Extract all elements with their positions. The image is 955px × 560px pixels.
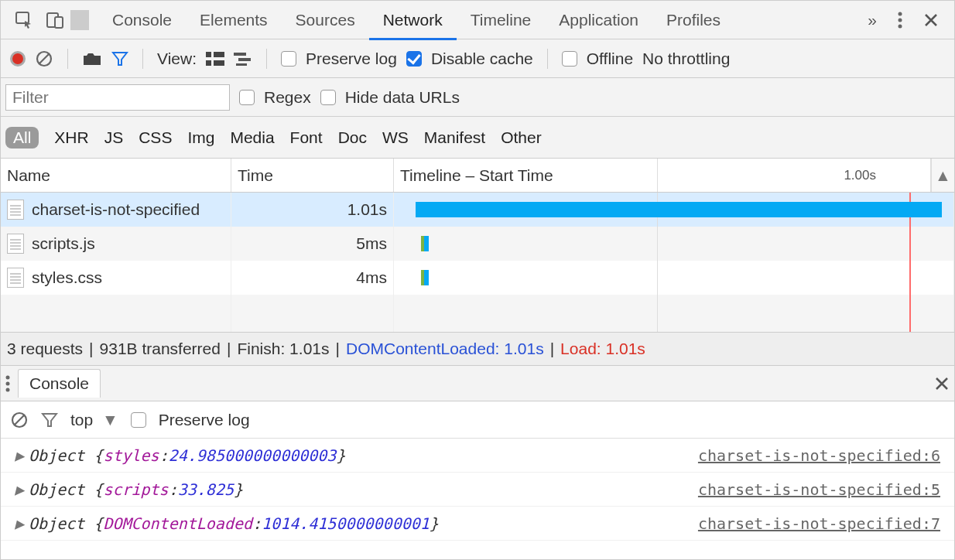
chevron-down-icon: ▼ xyxy=(102,411,118,429)
filter-toggle-icon[interactable] xyxy=(111,50,128,67)
tab-console[interactable]: Console xyxy=(98,1,186,39)
capture-screenshots-icon[interactable] xyxy=(82,51,102,67)
filter-chip-all[interactable]: All xyxy=(5,127,39,149)
header-name[interactable]: Name xyxy=(1,159,231,192)
header-timeline[interactable]: Timeline – Start Time 1.00s xyxy=(394,159,931,192)
filter-chip-font[interactable]: Font xyxy=(290,128,323,147)
filter-chip-doc[interactable]: Doc xyxy=(338,128,367,147)
header-timeline-label: Timeline – Start Time xyxy=(400,166,553,185)
disable-cache-label: Disable cache xyxy=(431,50,533,68)
svg-rect-14 xyxy=(236,63,247,66)
tab-network[interactable]: Network xyxy=(369,1,457,39)
drawer-tab-console[interactable]: Console xyxy=(18,369,101,398)
view-label: View: xyxy=(157,50,197,68)
network-toolbar: View: Preserve log Disable cache Offline… xyxy=(1,39,954,78)
drawer-tabbar: Console xyxy=(1,366,954,401)
filter-chip-css[interactable]: CSS xyxy=(139,128,172,147)
svg-rect-0 xyxy=(16,12,29,23)
filter-chip-ws[interactable]: WS xyxy=(382,128,409,147)
expand-arrow-icon[interactable]: ▶ xyxy=(15,514,24,533)
file-icon xyxy=(7,234,24,254)
filter-chip-xhr[interactable]: XHR xyxy=(54,128,88,147)
console-preserve-log-label: Preserve log xyxy=(159,411,250,429)
waterfall-view-icon[interactable] xyxy=(234,52,252,66)
regex-checkbox[interactable] xyxy=(239,90,255,105)
svg-point-3 xyxy=(899,12,902,15)
record-button[interactable] xyxy=(10,51,26,67)
preserve-log-checkbox[interactable] xyxy=(281,51,296,67)
console-source-link[interactable]: charset-is-not-specified:5 xyxy=(698,480,940,499)
request-name: scripts.js xyxy=(32,234,95,253)
device-toggle-icon[interactable] xyxy=(39,1,70,39)
cell-timeline xyxy=(394,227,954,261)
file-icon xyxy=(7,200,24,220)
sort-indicator-icon[interactable]: ▲ xyxy=(931,159,954,192)
svg-point-15 xyxy=(6,375,10,379)
hide-data-urls-label: Hide data URLs xyxy=(345,88,460,107)
throttling-select[interactable]: No throttling xyxy=(642,50,730,68)
hide-data-urls-checkbox[interactable] xyxy=(320,90,336,105)
type-filter-row: AllXHRJSCSSImgMediaFontDocWSManifestOthe… xyxy=(1,117,954,159)
svg-point-16 xyxy=(6,381,10,385)
filter-chip-media[interactable]: Media xyxy=(230,128,274,147)
console-row[interactable]: ▶ Object {styles: 24.985000000000003}cha… xyxy=(1,439,954,473)
request-row[interactable]: scripts.js5ms xyxy=(1,227,954,261)
console-row[interactable]: ▶ Object {scripts: 33.825}charset-is-not… xyxy=(1,473,954,507)
filter-chip-img[interactable]: Img xyxy=(187,128,214,147)
separator xyxy=(70,10,89,30)
timing-bar xyxy=(421,236,429,251)
network-status-bar: 3 requests| 931B transferred| Finish: 1.… xyxy=(1,332,954,366)
request-name: styles.css xyxy=(32,268,102,287)
network-grid: charset-is-not-specified1.01sscripts.js5… xyxy=(1,193,954,332)
console-row[interactable]: ▶ Object {DOMContentLoaded: 1014.4150000… xyxy=(1,507,954,541)
filter-bar: Regex Hide data URLs xyxy=(1,78,954,117)
expand-arrow-icon[interactable]: ▶ xyxy=(15,480,24,499)
svg-rect-8 xyxy=(206,52,211,57)
svg-rect-2 xyxy=(55,17,63,28)
request-row[interactable]: styles.css4ms xyxy=(1,261,954,295)
svg-rect-10 xyxy=(206,60,211,66)
timeline-tick-label: 1.00s xyxy=(844,168,876,183)
header-time[interactable]: Time xyxy=(231,159,394,192)
status-domcontentloaded: DOMContentLoaded: 1.01s xyxy=(346,340,544,358)
filter-input[interactable] xyxy=(5,84,230,111)
svg-point-5 xyxy=(899,24,902,28)
drawer-menu-icon[interactable] xyxy=(5,375,10,392)
console-source-link[interactable]: charset-is-not-specified:6 xyxy=(698,446,940,465)
console-filter-icon[interactable] xyxy=(41,411,58,429)
kebab-menu-icon[interactable] xyxy=(885,1,916,39)
tab-sources[interactable]: Sources xyxy=(282,1,369,39)
cell-time: 4ms xyxy=(231,261,394,295)
tab-elements[interactable]: Elements xyxy=(186,1,282,39)
status-transferred: 931B transferred xyxy=(100,340,221,358)
svg-rect-9 xyxy=(214,52,224,57)
large-rows-icon[interactable] xyxy=(206,52,224,66)
tab-profiles[interactable]: Profiles xyxy=(652,1,734,39)
load-marker xyxy=(909,261,911,295)
filter-chip-js[interactable]: JS xyxy=(104,128,124,147)
more-tabs-chevron[interactable]: » xyxy=(860,11,885,29)
preserve-log-label: Preserve log xyxy=(306,50,397,68)
console-source-link[interactable]: charset-is-not-specified:7 xyxy=(698,514,940,533)
tab-timeline[interactable]: Timeline xyxy=(457,1,546,39)
close-drawer-icon[interactable] xyxy=(934,376,950,391)
clear-icon[interactable] xyxy=(35,50,53,68)
tab-application[interactable]: Application xyxy=(545,1,652,39)
status-load: Load: 1.01s xyxy=(560,340,645,358)
offline-checkbox[interactable] xyxy=(562,51,577,67)
inspect-element-icon[interactable] xyxy=(9,1,39,39)
request-name: charset-is-not-specified xyxy=(32,200,200,219)
disable-cache-checkbox[interactable] xyxy=(406,51,422,67)
context-select[interactable]: top ▼ xyxy=(70,411,118,429)
clear-console-icon[interactable] xyxy=(10,411,29,429)
cell-name: styles.css xyxy=(1,261,231,295)
close-devtools-icon[interactable] xyxy=(916,1,946,39)
filter-chip-manifest[interactable]: Manifest xyxy=(424,128,485,147)
console-preserve-log-checkbox[interactable] xyxy=(131,412,146,428)
expand-arrow-icon[interactable]: ▶ xyxy=(15,446,24,465)
svg-rect-13 xyxy=(238,58,251,61)
filter-chip-other[interactable]: Other xyxy=(501,128,542,147)
request-row[interactable]: charset-is-not-specified1.01s xyxy=(1,193,954,227)
load-marker xyxy=(909,227,911,261)
file-icon xyxy=(7,268,24,288)
